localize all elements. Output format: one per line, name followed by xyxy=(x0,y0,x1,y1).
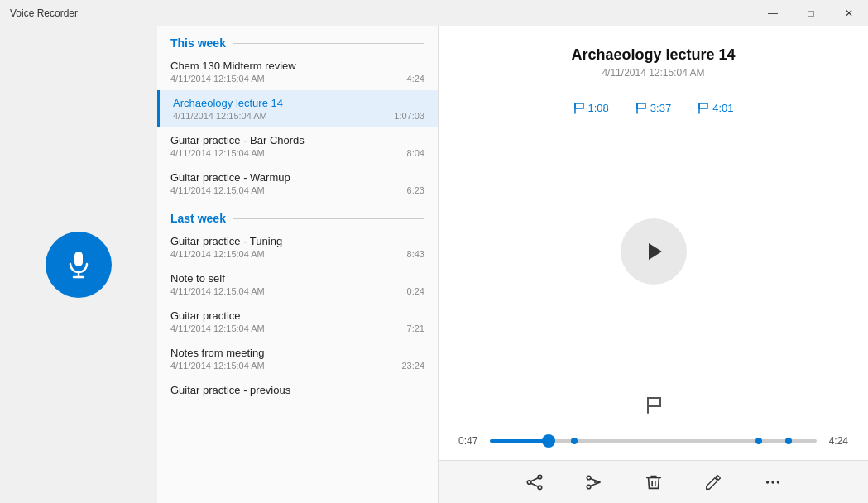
more-button[interactable] xyxy=(756,466,789,499)
detail-panel: Archaeology lecture 14 4/11/2014 12:15:0… xyxy=(439,26,868,503)
item-meta: 4/11/2014 12:15:04 AM4:24 xyxy=(170,74,424,84)
item-date: 4/11/2014 12:15:04 AM xyxy=(170,74,265,84)
list-item[interactable]: Guitar practice - previous xyxy=(157,377,438,403)
rename-icon xyxy=(704,473,722,491)
share-button[interactable] xyxy=(518,466,551,499)
progress-area: 0:47 4:24 xyxy=(439,435,868,460)
item-meta: 4/11/2014 12:15:04 AM8:04 xyxy=(170,148,424,158)
list-item[interactable]: Archaeology lecture 144/11/2014 12:15:04… xyxy=(157,90,438,127)
item-title: Guitar practice - previous xyxy=(170,384,424,396)
flag-marker-icon xyxy=(635,103,647,114)
bottom-toolbar xyxy=(439,460,868,503)
list-item[interactable]: Chem 130 Midterm review4/11/2014 12:15:0… xyxy=(157,53,438,90)
marker-time: 4:01 xyxy=(712,102,733,114)
progress-marker-dot xyxy=(571,438,578,444)
item-meta: 4/11/2014 12:15:04 AM0:24 xyxy=(170,286,424,296)
list-item[interactable]: Guitar practice - Bar Chords4/11/2014 12… xyxy=(157,127,438,165)
item-title: Guitar practice - Tuning xyxy=(170,235,424,247)
progress-track[interactable] xyxy=(490,439,817,443)
list-item[interactable]: Guitar practice - Warmup4/11/2014 12:15:… xyxy=(157,165,438,202)
rename-button[interactable] xyxy=(697,466,730,499)
trim-button[interactable] xyxy=(578,466,611,499)
marker-item[interactable]: 4:01 xyxy=(698,102,733,114)
share-icon xyxy=(525,473,544,491)
item-title: Guitar practice xyxy=(170,309,424,322)
section-label: Last week xyxy=(170,212,226,225)
list-item[interactable]: Guitar practice4/11/2014 12:15:04 AM7:21 xyxy=(157,303,438,340)
play-area xyxy=(439,121,868,382)
item-duration: 23:24 xyxy=(401,361,424,371)
section-header: This week xyxy=(157,26,438,53)
item-meta: 4/11/2014 12:15:04 AM23:24 xyxy=(170,361,424,371)
svg-point-16 xyxy=(765,481,768,483)
item-title: Note to self xyxy=(170,272,424,285)
flag-marker-icon xyxy=(698,103,709,114)
add-flag-button[interactable] xyxy=(637,389,670,422)
play-icon xyxy=(642,240,665,263)
item-meta: 4/11/2014 12:15:04 AM8:43 xyxy=(170,249,424,259)
item-date: 4/11/2014 12:15:04 AM xyxy=(170,361,265,371)
list-item[interactable]: Note to self4/11/2014 12:15:04 AM0:24 xyxy=(157,266,438,303)
current-time: 0:47 xyxy=(458,435,483,447)
item-duration: 0:24 xyxy=(407,286,424,296)
play-button[interactable] xyxy=(621,218,687,285)
app-title: Voice Recorder xyxy=(10,7,78,19)
item-date: 4/11/2014 12:15:04 AM xyxy=(170,286,265,296)
item-title: Chem 130 Midterm review xyxy=(170,60,424,72)
progress-fill xyxy=(490,439,549,443)
item-title: Archaeology lecture 14 xyxy=(173,97,424,109)
item-date: 4/11/2014 12:15:04 AM xyxy=(170,249,265,259)
microphone-icon xyxy=(64,250,94,280)
title-bar: Voice Recorder — □ ✕ xyxy=(0,0,868,26)
more-icon xyxy=(764,473,782,491)
svg-rect-0 xyxy=(74,252,83,266)
section-header: Last week xyxy=(157,202,438,228)
record-button[interactable] xyxy=(46,232,112,298)
delete-button[interactable] xyxy=(637,466,670,499)
close-button[interactable]: ✕ xyxy=(830,0,868,26)
item-duration: 8:43 xyxy=(407,249,424,259)
item-meta: 4/11/2014 12:15:04 AM1:07:03 xyxy=(173,111,424,121)
item-duration: 7:21 xyxy=(407,323,424,333)
flag-marker-icon xyxy=(573,103,585,114)
item-title: Guitar practice - Warmup xyxy=(170,171,424,184)
list-item[interactable]: Guitar practice - Tuning4/11/2014 12:15:… xyxy=(157,228,438,266)
marker-item[interactable]: 1:08 xyxy=(573,102,609,114)
item-duration: 8:04 xyxy=(407,148,424,158)
trim-icon xyxy=(585,473,603,491)
svg-point-17 xyxy=(771,481,774,483)
section-divider xyxy=(233,43,424,44)
svg-line-7 xyxy=(530,477,538,481)
detail-date: 4/11/2014 12:15:04 AM xyxy=(452,67,855,79)
item-date: 4/11/2014 12:15:04 AM xyxy=(170,323,265,333)
maximize-button[interactable]: □ xyxy=(792,0,830,26)
item-meta: 4/11/2014 12:15:04 AM6:23 xyxy=(170,185,424,195)
total-time: 4:24 xyxy=(823,435,848,447)
list-item[interactable]: Notes from meeting4/11/2014 12:15:04 AM2… xyxy=(157,340,438,377)
delete-icon xyxy=(645,473,663,491)
markers-row: 1:083:374:01 xyxy=(439,85,868,121)
item-meta: 4/11/2014 12:15:04 AM7:21 xyxy=(170,323,424,333)
flag-icon xyxy=(644,395,664,415)
item-duration: 6:23 xyxy=(407,185,424,195)
svg-point-5 xyxy=(538,475,542,479)
item-date: 4/11/2014 12:15:04 AM xyxy=(170,185,265,195)
svg-point-18 xyxy=(776,481,779,483)
svg-point-9 xyxy=(587,476,591,480)
section-divider xyxy=(233,218,424,219)
sidebar xyxy=(0,26,157,503)
item-date: 4/11/2014 12:15:04 AM xyxy=(173,111,267,121)
svg-point-4 xyxy=(527,480,531,484)
window-controls: — □ ✕ xyxy=(754,0,868,26)
item-title: Notes from meeting xyxy=(170,347,424,359)
svg-marker-3 xyxy=(649,243,662,260)
marker-time: 1:08 xyxy=(588,102,609,114)
svg-point-10 xyxy=(587,485,591,489)
marker-item[interactable]: 3:37 xyxy=(635,102,671,114)
detail-header: Archaeology lecture 14 4/11/2014 12:15:0… xyxy=(439,26,868,85)
flag-area xyxy=(439,382,868,435)
item-date: 4/11/2014 12:15:04 AM xyxy=(170,148,265,158)
minimize-button[interactable]: — xyxy=(754,0,792,26)
progress-marker-dot xyxy=(755,438,762,444)
progress-marker-dot xyxy=(785,438,792,444)
